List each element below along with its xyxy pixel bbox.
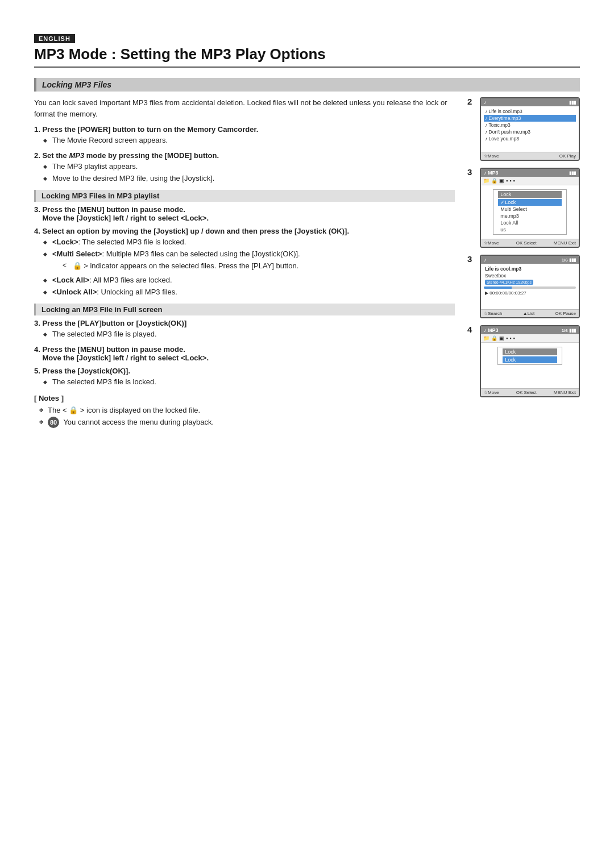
- step-2-bullet-2: Move to the desired MP3 file, using the …: [45, 173, 455, 185]
- screen-2-footer-move: ☆Move: [484, 153, 499, 159]
- lock-menu-item-lock: ✓Lock: [498, 199, 562, 206]
- screen-2-item-3: ♪ Toxic.mp3: [484, 122, 576, 128]
- step-2-bullet-1: The MP3 playlist appears.: [45, 161, 455, 173]
- screen-4-select: OK Select: [516, 390, 537, 395]
- screen-3b-icons: 1/6 ▮▮▮: [562, 258, 576, 263]
- section-header: Locking MP3 Files: [34, 78, 580, 92]
- screen-3-icons: ▮▮▮: [569, 171, 576, 176]
- screen-2-footer-play: OK Play: [559, 153, 576, 159]
- section-intro: You can lock saved important MP3 files f…: [34, 97, 455, 119]
- screen-4-wrapper: 4 ♪ MP3 1/6 ▮▮▮ 📁 🔒 ▣ ▪ ▪ ▪ Lock: [480, 325, 580, 397]
- step-1-text: 1. Press the [POWER] button to turn on t…: [34, 125, 455, 134]
- step-2-text: 2. Set the MP3 mode by pressing the [MOD…: [34, 151, 455, 160]
- screen-2: ♪ ▮▮▮ ♪ Life is cool.mp3 ♪ Everytime.mp3…: [480, 97, 580, 161]
- screen-3-body: Lock ✓Lock Multi Select me.mp3 Lock All …: [481, 185, 579, 239]
- step-4-bullet-3: <Lock All>: All MP3 files are locked.: [45, 275, 455, 286]
- screen-3-toolbar: 📁 🔒 ▣ ▪ ▪ ▪: [481, 177, 579, 185]
- screen-4-number: 4: [467, 325, 472, 334]
- notes-title: [ Notes ]: [34, 394, 455, 402]
- toolbar-icon-5: ▪: [509, 178, 511, 184]
- step-4-sub-bullet-1: 🔒 > indicator appears on the selected fi…: [63, 260, 455, 272]
- toolbar-icon-2: 🔒: [491, 178, 497, 184]
- screen-3b-search: ☆Search: [484, 311, 502, 316]
- screen4-toolbar-icon-4: ▪: [506, 335, 508, 341]
- screen4-toolbar-icon-3: ▣: [499, 335, 504, 341]
- stereo-badge: Stereo 44.1KHz 192Kbps: [485, 280, 533, 285]
- lock-menu-item-us: us: [498, 226, 562, 233]
- screen-3b-number: 3: [467, 254, 472, 264]
- screen-4-icons: 1/6 ▮▮▮: [562, 328, 576, 333]
- progress-bar: [484, 286, 576, 289]
- screen-3b-stereo: Stereo 44.1KHz 192Kbps: [484, 279, 576, 285]
- screen-3b-pause: OK Pause: [555, 311, 576, 316]
- notes-list: The < 🔒 > icon is displayed on the locke…: [40, 405, 455, 429]
- step-3b: 3. Press the [PLAY]button or [Joystick(O…: [34, 319, 455, 340]
- screen-3-number: 3: [467, 167, 472, 177]
- screen4-toolbar-icon-5: ▪: [509, 335, 511, 341]
- lock-menu-item-multi: Multi Select: [498, 206, 562, 213]
- screen-2-item-5: ♪ Love you.mp3: [484, 135, 576, 142]
- screen-3b-music-icon: ♪: [484, 257, 487, 263]
- screen-2-item-2: ♪ Everytime.mp3: [484, 115, 576, 122]
- step-5-text: 5. Press the [Joystick(OK)].: [34, 367, 455, 375]
- screen-3: ♪ MP3 ▮▮▮ 📁 🔒 ▣ ▪ ▪ ▪ Lock ✓Lock Multi S…: [480, 168, 580, 248]
- screen-2-number: 2: [467, 97, 472, 106]
- lock-menu: Lock ✓Lock Multi Select me.mp3 Lock All …: [493, 189, 567, 235]
- page-title: MP3 Mode : Setting the MP3 Play Options: [34, 45, 580, 68]
- screen-3b-header: ♪ 1/6 ▮▮▮: [481, 256, 579, 264]
- screen-3b-footer: ☆Search ▲List OK Pause: [481, 309, 579, 317]
- screen-3b: ♪ 1/6 ▮▮▮ Life is cool.mp3 Sweetbox Ster…: [480, 255, 580, 318]
- screen4-lock-menu-title: Lock: [503, 348, 557, 355]
- toolbar-icon-3: ▣: [499, 178, 504, 184]
- lock-menu-item-lockall: Lock All: [498, 219, 562, 226]
- screens-column: 2 ♪ ▮▮▮ ♪ Life is cool.mp3 ♪ Everytime.m…: [466, 97, 580, 429]
- screen-4-header: ♪ MP3 1/6 ▮▮▮: [481, 326, 579, 334]
- toolbar-icon-6: ▪: [513, 178, 515, 184]
- screen-4-title: ♪ MP3: [484, 327, 499, 333]
- screen-4-body: Lock Lock: [481, 343, 579, 388]
- subsection-2-header: Locking an MP3 File in Full screen: [34, 304, 455, 315]
- notes-section: [ Notes ] The < 🔒 > icon is displayed on…: [34, 394, 455, 429]
- screen-3-footer-move: ☆Move: [484, 240, 499, 246]
- screen-2-music-icon: ♪: [484, 99, 487, 105]
- step-4b: 4. Press the [MENU] button in pause mode…: [34, 345, 455, 362]
- step-4-bullet-1: <Lock>: The selected MP3 file is locked.: [45, 236, 455, 248]
- screen-2-footer: ☆Move OK Play: [481, 152, 579, 160]
- screen4-toolbar-icon-2: 🔒: [491, 335, 497, 341]
- screen-2-icons: ▮▮▮: [569, 100, 576, 105]
- screen-2-body: ♪ Life is cool.mp3 ♪ Everytime.mp3 ♪ Tox…: [481, 106, 579, 152]
- screen-2-wrapper: 2 ♪ ▮▮▮ ♪ Life is cool.mp3 ♪ Everytime.m…: [480, 97, 580, 161]
- screen-3-title: ♪ MP3: [484, 170, 499, 176]
- step-3: 3. Press the [MENU] button in pause mode…: [34, 205, 455, 222]
- screen-3-header: ♪ MP3 ▮▮▮: [481, 169, 579, 177]
- screen-2-item-4: ♪ Don't push me.mp3: [484, 128, 576, 135]
- page-number-badge: 80: [48, 417, 59, 428]
- step-4-bullets: <Lock>: The selected MP3 file is locked.…: [45, 236, 455, 298]
- screen-3b-artist: Sweetbox: [484, 272, 576, 279]
- step-4b-text: 4. Press the [MENU] button in pause mode…: [34, 345, 455, 362]
- step-5-bullet-1: The selected MP3 file is locked.: [45, 376, 455, 388]
- step-3-text: 3. Press the [MENU] button in pause mode…: [34, 205, 455, 222]
- toolbar-icon-4: ▪: [506, 178, 508, 184]
- screen-4-footer: ☆Move OK Select MENU Exit: [481, 388, 579, 396]
- lock-menu-title: Lock: [498, 191, 562, 198]
- step-2-bullets: The MP3 playlist appears. Move to the de…: [45, 161, 455, 185]
- screen4-toolbar-icon-6: ▪: [513, 335, 515, 341]
- notes-item-1: The < 🔒 > icon is displayed on the locke…: [40, 405, 455, 417]
- screen-4: ♪ MP3 1/6 ▮▮▮ 📁 🔒 ▣ ▪ ▪ ▪ Lock Lock: [480, 325, 580, 397]
- step-5-bullets: The selected MP3 file is locked.: [45, 376, 455, 388]
- step-4-sub-bullets: 🔒 > indicator appears on the selected fi…: [63, 260, 455, 272]
- step-4-bullet-2: <Multi Select>: Multiple MP3 files can b…: [45, 248, 455, 260]
- toolbar-icon-1: 📁: [483, 178, 489, 184]
- screen-2-item-1: ♪ Life is cool.mp3: [484, 108, 576, 115]
- step-4-text: 4. Select an option by moving the [Joyst…: [34, 227, 455, 235]
- screen-3-footer-exit: MENU Exit: [554, 240, 576, 246]
- screen4-lock-menu: Lock Lock: [497, 347, 562, 365]
- screen-2-header: ♪ ▮▮▮: [481, 98, 579, 106]
- step-3b-text: 3. Press the [PLAY]button or [Joystick(O…: [34, 319, 455, 327]
- step-4: 4. Select an option by moving the [Joyst…: [34, 227, 455, 298]
- step-3b-bullet-1: The selected MP3 file is played.: [45, 329, 455, 340]
- screen4-lock-menu-item: Lock: [503, 356, 557, 363]
- content-column: You can lock saved important MP3 files f…: [34, 97, 455, 429]
- screen-3b-body: Life is cool.mp3 Sweetbox Stereo 44.1KHz…: [481, 264, 579, 309]
